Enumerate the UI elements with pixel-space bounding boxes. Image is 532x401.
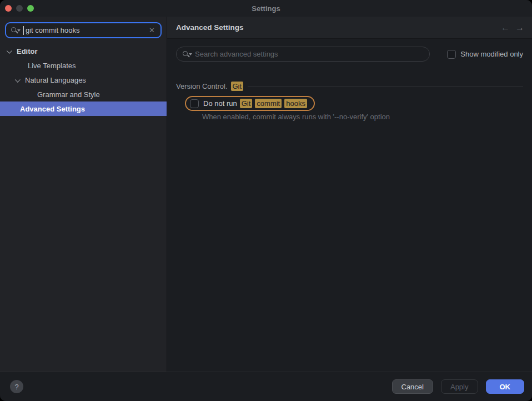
page-title: Advanced Settings [176,23,244,32]
section-prefix: Version Control. [176,82,228,90]
main-panel: Advanced Settings ← → Sho [167,17,532,372]
tree-item-label: Natural Languages [25,76,86,84]
main-header: Advanced Settings ← → [167,17,532,39]
tree-item-label: Editor [17,47,38,55]
section-header-version-control-git: Version Control. Git [176,82,523,91]
chevron-down-icon[interactable] [7,48,12,53]
tree-item-advanced-settings[interactable]: Advanced Settings [0,101,167,116]
do-not-run-hooks-checkbox[interactable] [190,99,199,108]
option-do-not-run-git-commit-hooks[interactable]: Do not run Git commit hooks [185,96,315,111]
clear-search-icon[interactable]: ✕ [148,26,156,34]
search-icon [182,50,192,58]
tree-item-editor[interactable]: Editor [0,44,167,58]
settings-search-box[interactable]: ✕ [5,22,162,38]
traffic-lights [5,5,34,12]
titlebar: Settings [0,0,532,17]
ok-button[interactable]: OK [486,379,525,394]
match-highlight: hooks [284,99,307,108]
show-modified-checkbox[interactable] [447,50,456,59]
dialog-body: ✕ Editor Live Templates Natural Language… [0,17,532,372]
tree-item-grammar-and-style[interactable]: Grammar and Style [0,87,167,101]
advanced-search-input[interactable] [192,50,424,58]
advanced-search-box[interactable] [176,47,430,62]
zoom-window-icon[interactable] [27,5,34,12]
question-mark-icon: ? [14,383,18,391]
show-modified-only[interactable]: Show modified only [447,50,523,59]
settings-tree: Editor Live Templates Natural Languages … [0,44,167,116]
tree-item-natural-languages[interactable]: Natural Languages [0,73,167,87]
option-description: When enabled, commit always runs with '-… [202,113,523,121]
tree-item-label: Grammar and Style [37,90,100,99]
window-title: Settings [252,4,280,13]
tree-item-label: Live Templates [28,62,76,70]
close-window-icon[interactable] [5,5,12,12]
chevron-down-icon[interactable] [15,77,21,82]
option-label: Do not run Git commit hooks [203,99,307,108]
main-content: Show modified only Version Control. Git … [167,39,532,372]
dialog-footer: ? Cancel Apply OK [0,372,532,401]
match-highlight: Git [240,99,253,108]
history-navigation: ← → [501,23,524,32]
forward-arrow-icon[interactable]: → [515,23,524,32]
advanced-search-row: Show modified only [176,47,523,62]
apply-button[interactable]: Apply [441,379,478,394]
text-caret [23,26,24,35]
show-modified-label: Show modified only [460,50,523,58]
footer-buttons: Cancel Apply OK [392,379,525,394]
help-button[interactable]: ? [10,380,23,393]
minimize-window-icon [16,5,23,12]
option-label-prefix: Do not run [203,99,237,108]
cancel-button[interactable]: Cancel [392,379,433,394]
back-arrow-icon[interactable]: ← [501,23,510,32]
tree-item-live-templates[interactable]: Live Templates [0,58,167,73]
section-divider [248,86,523,87]
tree-item-label: Advanced Settings [20,105,85,113]
match-highlight: commit [255,99,282,108]
settings-sidebar: ✕ Editor Live Templates Natural Language… [0,17,167,372]
section-match-highlight: Git [231,82,244,91]
search-icon [11,26,20,34]
settings-search-input[interactable] [24,26,148,34]
settings-window: Settings ✕ Editor Live Templates [0,0,532,401]
